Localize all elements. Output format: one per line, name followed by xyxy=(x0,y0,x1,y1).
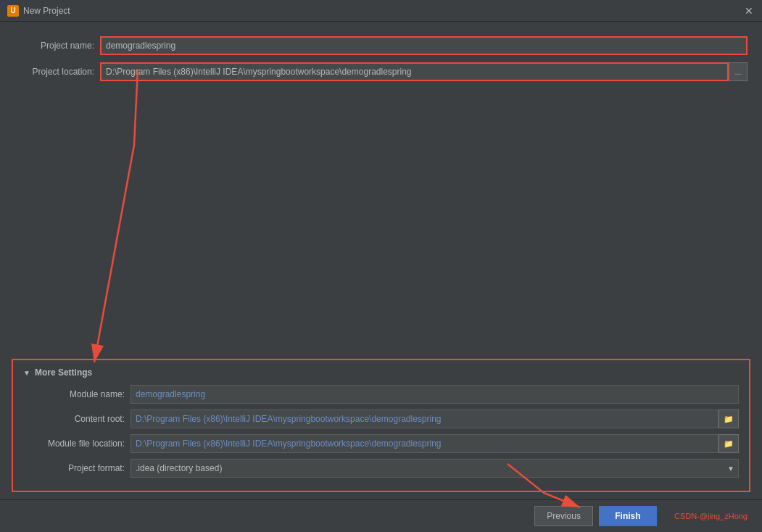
title-bar: U New Project ✕ xyxy=(0,0,762,22)
module-name-label: Module name: xyxy=(23,389,125,399)
project-name-label: Project name: xyxy=(15,41,94,51)
close-button[interactable]: ✕ xyxy=(743,5,755,17)
more-settings-title: More Settings xyxy=(35,367,92,378)
project-location-label: Project location: xyxy=(15,67,94,77)
module-file-input[interactable] xyxy=(131,434,718,453)
project-location-input[interactable] xyxy=(100,62,729,81)
more-settings-section: ▼ More Settings Module name: Content roo… xyxy=(12,359,750,492)
app-icon: U xyxy=(7,5,19,17)
content-root-input[interactable] xyxy=(131,410,718,428)
project-format-row: Project format: .idea (directory based) … xyxy=(23,459,739,478)
more-settings-toggle[interactable]: ▼ More Settings xyxy=(23,367,739,378)
project-format-dropdown-wrap: .idea (directory based) .ipr (file based… xyxy=(131,459,739,478)
middle-spacer xyxy=(15,88,747,352)
module-file-browse-button[interactable]: 📁 xyxy=(718,434,739,453)
watermark-text: CSDN-@jing_zHong xyxy=(674,512,747,520)
window-title: New Project xyxy=(23,6,743,16)
project-format-label: Project format: xyxy=(23,463,125,473)
new-project-dialog: U New Project ✕ Project name: Project lo… xyxy=(0,0,762,532)
content-root-row: Content root: 📁 xyxy=(23,410,739,428)
content-root-browse-button[interactable]: 📁 xyxy=(718,410,739,428)
project-location-field-group: ... xyxy=(100,62,747,81)
dialog-footer: Previous Finish CSDN-@jing_zHong xyxy=(0,499,762,532)
dialog-content: Project name: Project location: ... ▼ Mo… xyxy=(0,22,762,499)
project-location-browse-button[interactable]: ... xyxy=(729,62,747,81)
module-file-field-group: 📁 xyxy=(131,434,739,453)
project-location-row: Project location: ... xyxy=(15,62,747,81)
module-name-row: Module name: xyxy=(23,385,739,404)
finish-button[interactable]: Finish xyxy=(599,506,657,526)
project-format-dropdown[interactable]: .idea (directory based) .ipr (file based… xyxy=(131,459,739,478)
project-name-row: Project name: xyxy=(15,36,747,55)
module-name-input[interactable] xyxy=(131,385,739,404)
previous-button[interactable]: Previous xyxy=(534,506,593,526)
content-root-label: Content root: xyxy=(23,414,125,424)
content-root-field-group: 📁 xyxy=(131,410,739,428)
toggle-icon: ▼ xyxy=(23,369,30,377)
module-file-row: Module file location: 📁 xyxy=(23,434,739,453)
project-name-input[interactable] xyxy=(100,36,747,55)
module-file-label: Module file location: xyxy=(23,439,125,449)
